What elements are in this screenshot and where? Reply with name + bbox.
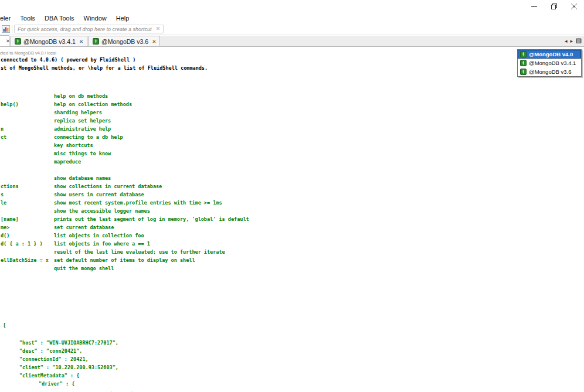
help-description: connecting to a db help (54, 134, 123, 140)
tab-strip: ✕ @MongoDB v3.4.1 ✕ @MongoDB v3.6 ✕ ◂ ▸ (0, 36, 584, 47)
help-command-fragment: s (1, 192, 4, 197)
tab-label: @MongoDB v3.6 (101, 38, 148, 45)
help-description: help on db methods (54, 93, 108, 99)
help-command-fragment: ctions (1, 183, 19, 189)
mongodb-icon (520, 60, 527, 66)
help-row: mapreduce (0, 158, 584, 166)
help-row: result of the last line evaluated; use t… (0, 248, 584, 256)
help-command-fragment: n (1, 126, 4, 132)
json-line-text: "driver" : { (39, 381, 74, 387)
tab-mongodb-v341[interactable]: @MongoDB v3.4.1 ✕ (11, 36, 87, 46)
help-description: sharding helpers (54, 110, 102, 115)
title-bar (0, 0, 584, 13)
tab-close-icon[interactable]: ✕ (152, 39, 156, 44)
shortcut-drop-zone[interactable]: For quick access, drag and drop here to … (14, 25, 164, 33)
menu-item-window[interactable]: Window (80, 13, 112, 23)
mongodb-icon (93, 38, 99, 45)
help-description: quit the mongo shell (54, 265, 114, 271)
close-icon (571, 4, 577, 9)
json-row: "desc" : "conn20421", (0, 347, 584, 355)
help-command-fragment: le (1, 200, 6, 206)
help-row: help() help on collection methods (0, 100, 584, 108)
help-row: quit the mongo shell (0, 264, 584, 272)
help-row: misc things to know (0, 149, 584, 158)
json-array-open-bracket: [ (3, 322, 6, 328)
json-line-text: "clientMetadata" : { (19, 373, 79, 379)
help-row: ct connecting to a db help (0, 133, 584, 141)
help-row: ellBatchSize = x set default number of i… (0, 256, 584, 264)
tab-list-icon[interactable] (576, 38, 582, 44)
help-description: result of the last line evaluated; use t… (54, 249, 225, 255)
json-line-text: "host" : "WIN-UVJIOABRHC7:27017", (19, 340, 118, 346)
menu-item-dba-tools[interactable]: DBA Tools (41, 13, 80, 23)
help-description: set current database (54, 224, 114, 230)
fluidshell-terminal[interactable]: cted to MongoDB v4.0 / local connected t… (0, 47, 584, 392)
shortcut-close-icon[interactable]: ✕ (156, 26, 161, 32)
help-description: prints out the last segment of log in me… (54, 216, 249, 222)
help-description: administrative help (54, 126, 111, 132)
tab-mongodb-v4-partial[interactable]: ✕ (0, 35, 9, 46)
tab-scroll-right-icon[interactable]: ▸ (570, 38, 573, 44)
help-description: show most recent system.profile entries … (54, 200, 222, 206)
help-row: n administrative help (0, 125, 584, 133)
json-line-text: "desc" : "conn20421", (19, 348, 82, 354)
toolbar: For quick access, drag and drop here to … (0, 23, 584, 35)
dropdown-item[interactable]: @MongoDB v3.4.1 (518, 59, 581, 67)
tab-close-icon[interactable]: ✕ (6, 39, 10, 43)
help-description: show database names (54, 175, 111, 181)
help-row: show the accessible logger names (0, 207, 584, 215)
currentop-json-output: "host" : "WIN-UVJIOABRHC7:27017", "desc"… (0, 339, 584, 388)
mongodb-icon (520, 69, 527, 75)
help-row: sharding helpers (0, 108, 584, 117)
help-row: d( { a : 1 } ) list objects in foo where… (0, 240, 584, 248)
help-command-fragment: me> (1, 224, 9, 230)
menu-item-tools[interactable]: Tools (16, 13, 40, 23)
help-command-fragment: d() (1, 233, 9, 238)
menu-item-modeler-partial[interactable]: eler (0, 13, 16, 23)
shell-banner-line2: st of MongoShell methods, or \help for a… (1, 65, 208, 71)
app-chart-icon[interactable] (2, 25, 10, 33)
help-command-fragment: help() (1, 101, 19, 107)
dropdown-item-label: @MongoDB v3.4.1 (529, 60, 576, 66)
app-window: eler Tools DBA Tools Window Help For qui… (0, 0, 584, 392)
help-row: key shortcuts (0, 141, 584, 149)
dropdown-item-label: @MongoDB v3.6 (529, 69, 571, 75)
help-row: ctions show collections in current datab… (0, 182, 584, 190)
minimize-icon (531, 4, 537, 9)
help-description: help on collection methods (54, 101, 132, 107)
shell-banner-line1: connected to 4.0.6) ( powered by FluidSh… (1, 57, 135, 63)
help-row: replica set helpers (0, 117, 584, 125)
help-row: s show users in current database (0, 190, 584, 199)
menu-item-help[interactable]: Help (113, 13, 135, 23)
connection-status-line: cted to MongoDB v4.0 / local (0, 50, 56, 56)
dropdown-item[interactable]: @MongoDB v4.0 (518, 50, 581, 59)
json-row: "client" : "10.220.200.93:52603", (0, 363, 584, 371)
restore-button[interactable] (544, 0, 564, 13)
help-description: misc things to know (54, 151, 111, 156)
menu-bar: eler Tools DBA Tools Window Help (0, 13, 584, 23)
minimize-button[interactable] (524, 0, 544, 13)
tab-list-dropdown: @MongoDB v4.0 @MongoDB v3.4.1 @MongoDB v… (517, 49, 582, 77)
help-description: mapreduce (54, 159, 81, 165)
close-button[interactable] (564, 0, 584, 13)
help-command-fragment: d( { a : 1 } ) (1, 241, 43, 247)
tab-scroll-left-icon[interactable]: ◂ (565, 38, 568, 44)
dropdown-item[interactable]: @MongoDB v3.6 (518, 67, 581, 76)
mongodb-icon (520, 51, 527, 57)
help-row: d() list objects in collection foo (0, 231, 584, 240)
mongodb-icon (15, 38, 21, 45)
json-line-text: "connectionId" : 20421, (19, 356, 89, 362)
help-description: list objects in collection foo (54, 233, 144, 238)
json-row: "host" : "WIN-UVJIOABRHC7:27017", (0, 339, 584, 347)
tab-close-icon[interactable]: ✕ (79, 39, 83, 44)
restore-icon (551, 4, 557, 9)
dropdown-item-label: @MongoDB v4.0 (529, 51, 573, 57)
help-row: help on db methods (0, 92, 584, 100)
mongo-help-block-commands: help on db methods help() help on collec… (0, 92, 584, 166)
json-line-text: "client" : "10.220.200.93:52603", (19, 364, 118, 370)
help-command-fragment: ellBatchSize = x (1, 257, 49, 263)
tab-mongodb-v36[interactable]: @MongoDB v3.6 ✕ (89, 36, 160, 46)
shortcut-hint-text: For quick access, drag and drop here to … (18, 26, 152, 32)
help-description: show collections in current database (54, 183, 162, 189)
mongo-help-block-show: show database names ctions show collecti… (0, 174, 584, 272)
